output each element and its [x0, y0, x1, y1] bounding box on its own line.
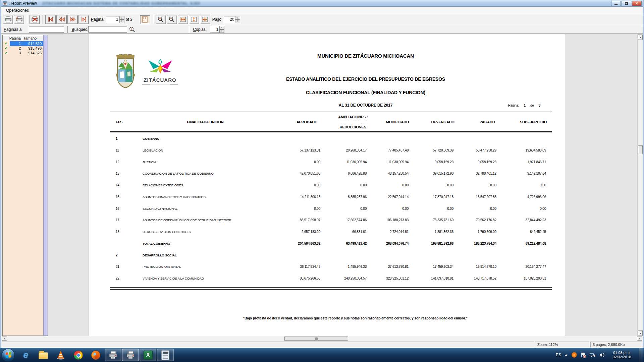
row-value: 48,157,280.54: [388, 172, 409, 175]
row-ffs: 21: [116, 265, 119, 268]
taskbar-report-app-1[interactable]: [105, 349, 121, 361]
page-input[interactable]: [106, 16, 119, 23]
row-value: 69,212,484.08: [526, 242, 546, 245]
taskbar-media-player[interactable]: [52, 349, 69, 361]
paginas-a-input[interactable]: [29, 26, 64, 33]
page-list-row[interactable]: ✔1914,520: [3, 41, 43, 46]
row-value: 106,180,273.83: [386, 218, 409, 222]
report-row: 2DESARROLLO SOCIAL: [89, 253, 566, 258]
page-list-row-cells: 1914,520: [10, 41, 43, 46]
col-header-ampliaciones-1: AMPLIACIONES /: [319, 115, 386, 119]
row-value: 22,597,044.14: [388, 195, 409, 199]
first-page-button[interactable]: [45, 15, 56, 24]
calculator-icon: [161, 350, 169, 360]
row-value: 39,015,172.90: [433, 172, 453, 175]
menu-operaciones[interactable]: Operaciones: [4, 7, 31, 13]
row-value: 36,117,834.48: [300, 265, 320, 268]
vertical-scroll-thumb[interactable]: [638, 145, 643, 154]
minimize-button[interactable]: [611, 1, 621, 6]
row-value: 0.00: [447, 207, 453, 210]
taskbar-excel[interactable]: X: [140, 349, 156, 361]
row-value: 37,613,780.81: [388, 265, 409, 268]
taskbar-firefox[interactable]: [87, 349, 104, 361]
page-list-row[interactable]: ✔2915,496: [3, 46, 43, 51]
page-spin-down-button[interactable]: ▼: [119, 19, 124, 23]
page-list-row[interactable]: ✔3914,326: [3, 51, 43, 55]
page-list-scrollbar[interactable]: [43, 35, 48, 336]
previous-page-button[interactable]: [56, 15, 67, 24]
row-value: 0.00: [490, 207, 496, 210]
row-value: 73,335,781.60: [433, 218, 453, 222]
row-finalidad: COORDINACIÓN DE LA POLÍTICA DE GOBIERNO: [143, 172, 214, 175]
zoom-out-button[interactable]: [167, 15, 177, 24]
report-app-icon: [108, 351, 118, 359]
copias-spin-up-button[interactable]: ▲: [219, 26, 224, 29]
copias-spin-down-button[interactable]: ▼: [219, 29, 224, 33]
col-header-ampliaciones-2: REDUCCIONES: [319, 125, 386, 129]
fit-height-button[interactable]: [189, 15, 199, 24]
row-value: 53,477,230.29: [476, 148, 496, 152]
taskbar-calculator[interactable]: [157, 349, 174, 361]
row-value: 8,385,237.96: [348, 195, 367, 199]
page-list-body: ✔1914,520✔2915,496✔3914,326: [3, 41, 43, 55]
scroll-right-button[interactable]: ►: [637, 337, 642, 341]
screen: Report Preview ZITACUARO MICHOACAN SISTE…: [0, 0, 644, 362]
antivirus-tray-icon[interactable]: [571, 352, 577, 358]
scroll-down-button[interactable]: ▼: [638, 330, 643, 336]
volume-tray-icon[interactable]: [599, 352, 605, 358]
scroll-up-button[interactable]: ▲: [638, 35, 643, 40]
row-value: 57,720,869.39: [433, 148, 453, 152]
fit-width-button[interactable]: [178, 15, 188, 24]
fit-page-button[interactable]: [200, 15, 210, 24]
taskbar-chrome[interactable]: [70, 349, 87, 361]
horizontal-scroll-thumb[interactable]: [284, 337, 348, 341]
page-list-col-tamano[interactable]: Tamaño: [22, 35, 43, 41]
report-title-1: ESTADO ANALITICO DEL EJERCICIO DEL PRESU…: [89, 76, 642, 82]
busqueda-input[interactable]: [88, 26, 127, 33]
folder-icon: [39, 352, 48, 359]
previous-page-icon: [59, 17, 65, 22]
maximize-button[interactable]: [622, 1, 631, 6]
col-header-subejercicio: SUBEJERCICIO: [500, 120, 567, 124]
row-value: 0.00: [540, 183, 546, 187]
clock[interactable]: 01:03 p.m. 02/02/2018: [608, 351, 636, 359]
row-value: 17,870,047.18: [433, 195, 453, 199]
page-list-col-pagina[interactable]: Página: [3, 35, 22, 41]
start-button[interactable]: [2, 349, 15, 362]
report-app-icon: [126, 351, 135, 359]
row-ffs: 22: [116, 277, 119, 280]
print-current-page-button[interactable]: 1: [14, 15, 24, 24]
cancel-print-button[interactable]: [30, 15, 40, 24]
print-button[interactable]: [3, 15, 13, 24]
horizontal-scrollbar[interactable]: ◄ ►: [1, 336, 643, 341]
row-value: 16,914,670.10: [476, 265, 496, 268]
taskbar-file-explorer[interactable]: [35, 349, 52, 361]
search-help-icon[interactable]: ?: [129, 26, 135, 33]
report-row: 12JUSTICIA0.0011,030,005.9411,030,005.94…: [89, 160, 566, 165]
network-tray-icon[interactable]: [589, 352, 596, 358]
paso-input[interactable]: [224, 16, 235, 23]
zoom-in-button[interactable]: [156, 15, 166, 24]
report-title-2: CLASIFICACION FUNCIONAL (FINALIDAD Y FUN…: [89, 90, 642, 95]
scroll-left-button[interactable]: ◄: [2, 337, 7, 341]
page-list-header: Página Tamaño: [3, 35, 43, 41]
show-desktop-button[interactable]: [639, 348, 643, 362]
action-center-flag-icon[interactable]: [580, 352, 586, 358]
language-indicator[interactable]: ES: [556, 353, 561, 357]
row-value: 0.00: [540, 207, 546, 210]
last-page-button[interactable]: [78, 15, 89, 24]
page-spin-up-button[interactable]: ▲: [119, 16, 124, 20]
taskbar-report-app-2[interactable]: [122, 349, 139, 361]
taskbar-internet-explorer[interactable]: e: [17, 349, 34, 361]
paso-spin-up-button[interactable]: ▲: [235, 16, 240, 20]
page-list-toggle-button[interactable]: 1 2 3: [140, 15, 150, 24]
vertical-scrollbar[interactable]: ▲ ▼: [637, 34, 643, 336]
page-size-cell: 914,520: [22, 42, 43, 46]
titlebar[interactable]: Report Preview ZITACUARO MICHOACAN SISTE…: [1, 0, 643, 7]
close-button[interactable]: ✕: [632, 1, 642, 6]
copias-input[interactable]: [210, 26, 219, 33]
row-value: 20,268,334.17: [346, 148, 367, 152]
paso-spin-down-button[interactable]: ▼: [235, 19, 240, 23]
hidden-icons-chevron[interactable]: [564, 354, 568, 356]
next-page-button[interactable]: [67, 15, 78, 24]
